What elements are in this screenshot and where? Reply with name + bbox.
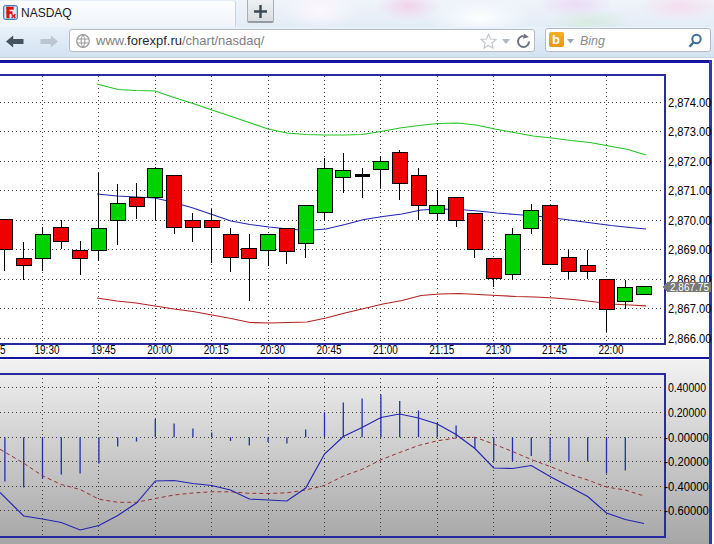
svg-text:-0.60000: -0.60000 xyxy=(664,504,709,518)
svg-text:2,870.00: 2,870.00 xyxy=(668,213,712,227)
svg-text:21:15: 21:15 xyxy=(429,342,454,356)
svg-text:19:30: 19:30 xyxy=(35,342,60,356)
svg-text:0.20000: 0.20000 xyxy=(668,405,706,419)
svg-text:2,871.00: 2,871.00 xyxy=(668,184,712,198)
svg-text:-0.20000: -0.20000 xyxy=(664,455,709,469)
svg-text:2,874.00: 2,874.00 xyxy=(668,95,712,109)
svg-text:2,867.00: 2,867.00 xyxy=(668,302,712,316)
svg-text:21:45: 21:45 xyxy=(542,342,567,356)
svg-text:20:15: 20:15 xyxy=(204,342,229,356)
svg-text:20:00: 20:00 xyxy=(147,342,172,356)
svg-text:20:30: 20:30 xyxy=(260,342,285,356)
svg-text:21:30: 21:30 xyxy=(486,342,511,356)
svg-text:19:45: 19:45 xyxy=(91,342,116,356)
svg-text:20:45: 20:45 xyxy=(317,342,342,356)
svg-text:22:00: 22:00 xyxy=(599,342,624,356)
svg-text:2,866.00: 2,866.00 xyxy=(668,331,712,345)
svg-text:-0.40000: -0.40000 xyxy=(664,479,709,493)
svg-text:2,872.00: 2,872.00 xyxy=(668,154,712,168)
svg-text:19:15: 19:15 xyxy=(0,342,6,356)
svg-text:21:00: 21:00 xyxy=(373,342,398,356)
svg-text:0.40000: 0.40000 xyxy=(668,381,706,395)
svg-text:2,873.00: 2,873.00 xyxy=(668,125,712,139)
svg-text:2,869.00: 2,869.00 xyxy=(668,243,712,257)
svg-text:2,867.75: 2,867.75 xyxy=(670,280,709,292)
svg-text:-0.00000: -0.00000 xyxy=(664,430,709,444)
